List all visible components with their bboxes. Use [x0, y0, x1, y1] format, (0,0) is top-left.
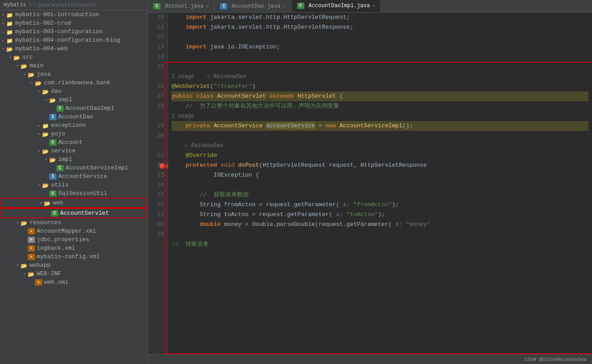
line-number-26: 26	[151, 200, 164, 210]
tab-account-close[interactable]: ✕	[206, 4, 209, 9]
tree-item-jdbc[interactable]: Pjdbc.properties	[0, 235, 147, 244]
arrow-icon: ▾	[38, 200, 44, 206]
tree-item-service[interactable]: ▾service	[0, 147, 147, 155]
tab-account[interactable]: C Account.java ✕	[148, 0, 215, 12]
code-line-18: // 为了让整个对象在其他方法中可以用，声明为实例变量	[172, 101, 588, 111]
tree-item-mybatis-004-blog[interactable]: ▸mybatis-004-configuration-blog	[0, 36, 147, 44]
tree-item-AccountMapper[interactable]: XAccountMapper.xml	[0, 227, 147, 235]
arrow-icon: ▾	[36, 89, 42, 94]
tree-item-mybatis-002[interactable]: ▸mybatis-002-crud	[0, 19, 147, 27]
tree-label: pojo	[51, 130, 65, 137]
folder-icon	[6, 21, 13, 26]
arrow-icon: ▾	[22, 72, 28, 77]
code-content: 101112131415 161718 1920 212223242526272…	[148, 13, 592, 354]
tree-label: impl	[58, 156, 72, 163]
gutter-icon: 🔴@	[159, 161, 169, 171]
tree-label: service	[51, 147, 76, 154]
tab-accountdao-icon: I	[220, 3, 227, 9]
folder-icon	[44, 200, 51, 206]
file-icon: P	[28, 237, 35, 243]
tree-item-utils[interactable]: ▾utils	[0, 181, 147, 189]
file-icon: I	[49, 114, 56, 120]
line-number-16: 16	[151, 82, 164, 91]
tree-item-exceptions[interactable]: ▸exceptions	[0, 121, 147, 130]
arrow-icon: ▾	[22, 271, 28, 277]
tree-label: resources	[30, 219, 61, 226]
code-lines: import jakarta.servlet.http.HttpServletR…	[168, 13, 592, 354]
folder-icon	[42, 131, 49, 137]
tree-item-AccountService[interactable]: IAccountService	[0, 172, 147, 181]
tree-label: mybatis-004-configuration-blog	[15, 37, 120, 43]
line-number-17: 17	[151, 91, 164, 101]
tab-accountdao-close[interactable]: ✕	[283, 4, 285, 9]
tree-item-resources[interactable]: ▾resources	[0, 218, 147, 227]
arrow-icon: ▾	[36, 131, 42, 137]
tree-item-web[interactable]: ▾web	[1, 198, 147, 208]
folder-icon	[49, 157, 56, 162]
code-line-11: import jakarta.servlet.http.HttpServletR…	[172, 22, 588, 32]
code-line-22: protected void doPost(HttpServletRequest…	[172, 160, 588, 170]
arrow-icon: ▾	[14, 263, 21, 268]
line-number-18: 18	[151, 101, 164, 111]
tree-item-pojo[interactable]: ▾pojo	[0, 130, 147, 138]
hint-line: 1 usage ☺ RainbowSea	[172, 72, 588, 82]
folder-icon	[42, 182, 49, 188]
tree-item-main[interactable]: ▾main	[0, 61, 147, 70]
tab-accountdao-label: AccountDao.java	[232, 3, 280, 9]
arrow-icon: ▾	[36, 148, 42, 154]
tree-item-impl-service[interactable]: ▾impl	[0, 155, 147, 164]
code-line-26: String fromActno = request.getParameter(…	[172, 200, 588, 210]
file-tree: ▸mybatis-001-introduction▸mybatis-002-cr…	[0, 10, 147, 286]
file-icon: C	[56, 165, 64, 171]
tree-item-SqlSessionUtil[interactable]: CSqlSessionUtil	[0, 189, 147, 198]
code-line-24	[172, 180, 588, 190]
file-icon: X	[28, 245, 35, 251]
tree-label: java	[37, 71, 51, 78]
code-line-19: private AccountService accountService = …	[172, 121, 588, 131]
tree-label: AccountService	[58, 173, 107, 180]
folder-icon	[21, 63, 28, 69]
bottom-bar: CSDN @ChinaRainbowSea	[148, 354, 592, 364]
tree-label: webapp	[30, 262, 51, 269]
line-number-21: 21	[151, 151, 164, 160]
tab-accountdaoimpl-icon: C	[297, 3, 304, 9]
folder-icon	[28, 72, 35, 77]
tree-item-mybatis-003[interactable]: ▸mybatis-003-configuration	[0, 27, 147, 36]
tree-item-AccountServiceImpl[interactable]: CAccountServiceImpl	[0, 164, 147, 172]
arrow-icon: ▸	[0, 12, 6, 17]
tree-item-src[interactable]: ▾src	[0, 53, 147, 61]
tree-item-mybatis-004-web[interactable]: ▾mybatis-004-web	[0, 44, 147, 53]
tree-item-mybatis-config[interactable]: Xmybatis-config.xml	[0, 252, 147, 261]
arrow-icon: ▾	[29, 80, 35, 86]
tree-item-web-xml[interactable]: Xweb.xml	[0, 278, 147, 286]
tree-item-com[interactable]: ▾com.rianbowsea.bank	[0, 78, 147, 87]
code-editor[interactable]: 101112131415 161718 1920 212223242526272…	[148, 13, 592, 354]
tree-item-logback[interactable]: Xlogback.xml	[0, 244, 147, 252]
file-icon: C	[49, 191, 56, 197]
tree-label: AccountDao	[58, 113, 93, 120]
tree-item-mybatis-001[interactable]: ▸mybatis-001-introduction	[0, 10, 147, 19]
tree-item-webapp[interactable]: ▾webapp	[0, 261, 147, 269]
tree-item-impl-dao[interactable]: ▾impl	[0, 95, 147, 104]
tab-accountdaoimpl-close[interactable]: ✕	[372, 3, 375, 9]
tree-item-AccountDaoImpl[interactable]: CAccountDaoImpl	[0, 104, 147, 113]
hint-line: // 转账业务	[172, 239, 588, 249]
tree-item-Account[interactable]: CAccount	[0, 138, 147, 147]
code-line-27: String toActno = request.getParameter( s…	[172, 210, 588, 220]
tree-item-AccountServlet[interactable]: CAccountServlet	[1, 208, 147, 218]
line-number-25: 25	[151, 190, 164, 200]
file-icon: X	[35, 279, 42, 286]
tree-item-java[interactable]: ▾java	[0, 70, 147, 78]
arrow-icon: ▾	[14, 220, 21, 225]
folder-icon	[42, 123, 49, 128]
tree-item-dao[interactable]: ▾dao	[0, 87, 147, 95]
code-line-10: import jakarta.servlet.http.HttpServletR…	[172, 13, 588, 22]
tab-accountdao[interactable]: I AccountDao.java ✕	[215, 0, 291, 12]
code-line-16: @WebServlet("/transfer")	[172, 82, 588, 91]
arrow-icon: ▾	[7, 55, 13, 60]
folder-icon	[49, 97, 56, 103]
tree-item-AccountDao[interactable]: IAccountDao	[0, 113, 147, 121]
tab-accountdaoimpl[interactable]: C AccountDaoImpl.java ✕	[292, 0, 381, 12]
tree-item-WEB-INF[interactable]: ▾WEB-INF	[0, 269, 147, 278]
tree-label: mybatis-003-configuration	[15, 28, 103, 35]
